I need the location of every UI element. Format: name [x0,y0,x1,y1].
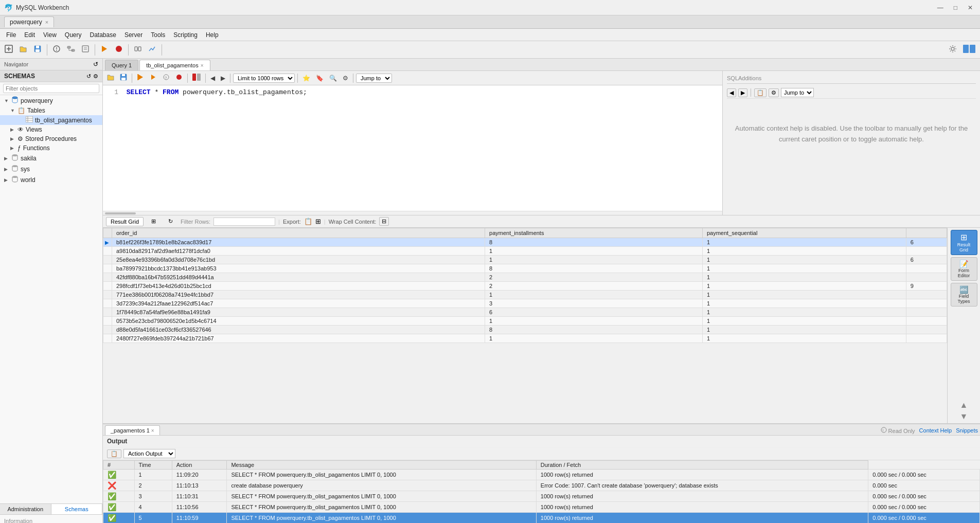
ed-prev[interactable]: ◀ [208,74,217,83]
limit-select[interactable]: Limit to 1000 rows Limit to 200 rows Don… [233,74,295,83]
menu-server[interactable]: Server [120,30,147,40]
col-order-id[interactable]: order_id [112,228,485,238]
tb-properties[interactable] [50,43,63,56]
export-csv-btn[interactable]: 📋 [304,218,312,225]
nav-tab-administration[interactable]: Administration [0,504,51,514]
tb-migrations[interactable] [131,43,145,56]
menu-scripting[interactable]: Scripting [169,30,202,40]
table-row[interactable]: 42fdf880ba16b47b59251dd489d4441a 2 1 [103,273,947,282]
table-row[interactable]: d88e0d5fa41661ce03cf6cf336527646 8 1 [103,326,947,334]
query-tab-1[interactable]: Query 1 [105,60,138,70]
table-row[interactable]: 3d7239c394a212faae122962df514ac7 3 1 [103,299,947,308]
table-row[interactable]: 1f78449c87a54faf9e96e88ba1491fa9 6 1 [103,308,947,317]
action-output-select[interactable]: Action Output History Output [123,449,175,458]
menu-file[interactable]: File [2,30,20,40]
tree-item-powerquery[interactable]: ▼ powerquery [0,95,102,106]
powerquery-tab-close[interactable]: × [45,19,48,25]
ed-toggle-output[interactable] [190,73,203,83]
filter-rows-input[interactable] [213,218,275,226]
ed-search[interactable]: 🔍 [327,74,339,83]
tb-new-connection[interactable] [64,43,78,56]
ed-star[interactable]: ⭐ [300,74,312,83]
context-help-btn[interactable]: Context Help [919,427,952,434]
snippets-btn[interactable]: Snippets [956,427,978,434]
tb-save[interactable] [31,43,44,56]
tb-performance[interactable] [146,43,159,56]
code-editor[interactable]: 1 SELECT * FROM powerquery.tb_olist_paga… [103,85,722,211]
tb-settings[interactable] [946,43,959,56]
tree-item-world[interactable]: ▶ world [0,174,102,185]
sa-jump-select[interactable]: Jump to [781,88,814,97]
ed-stop[interactable] [173,73,185,83]
output-row[interactable]: ✅ 1 11:09:20 SELECT * FROM powerquery.tb… [103,470,980,480]
table-row[interactable]: 0573b5e23cbd798006520e1d5b4c6714 1 1 [103,317,947,326]
res-tab-result-grid[interactable]: Result Grid [106,217,144,226]
menu-query[interactable]: Query [61,30,86,40]
sa-next[interactable]: ▶ [738,88,747,97]
minimize-button[interactable]: — [934,3,947,12]
sa-auto[interactable]: ⚙ [769,88,779,97]
table-row[interactable]: 25e8ea4e93396b6fa0d3dd708e76c1bd 1 1 6 [103,256,947,264]
col-extra[interactable] [906,228,947,238]
rpanel-form-editor-btn[interactable]: 📝 FormEditor [951,257,977,281]
tree-item-sakila[interactable]: ▶ sakila [0,153,102,164]
res-tab-refresh[interactable]: ↻ [164,217,177,226]
output-row[interactable]: ✅ 3 11:10:31 SELECT * FROM powerquery.tb… [103,491,980,502]
tree-item-views[interactable]: ▶ 👁 Views [0,125,102,134]
maximize-button[interactable]: □ [951,3,960,12]
table-row[interactable]: 2480f727e869fdeb397244a21b721b67 1 1 [103,334,947,343]
navigator-refresh[interactable]: ↺ [93,61,98,68]
ed-save[interactable] [118,73,129,83]
ed-execute-all[interactable] [135,73,146,83]
tb-open[interactable] [16,43,30,56]
filter-input[interactable] [3,84,99,93]
export-table-btn[interactable]: ⊞ [315,218,321,225]
editor-scrollbar[interactable] [103,211,722,215]
tb-new-schema[interactable] [2,43,15,56]
rpanel-result-grid-btn[interactable]: ⊞ ResultGrid [951,230,977,255]
result-grid-container[interactable]: order_id payment_installments payment_se… [103,228,947,423]
output-row[interactable]: ✅ 4 11:10:56 SELECT * FROM powerquery.tb… [103,502,980,513]
close-button[interactable]: ✕ [965,3,976,12]
menu-tools[interactable]: Tools [147,30,169,40]
table-row[interactable]: a9810da82917af2d9aefd1278f1dcfa0 1 1 [103,247,947,256]
tree-item-sys[interactable]: ▶ sys [0,164,102,174]
tree-item-stored-procedures[interactable]: ▶ ⚙ Stored Procedures [0,134,102,143]
res-tab-form[interactable]: ⊞ [147,217,161,226]
nav-tab-schemas[interactable]: Schemas [51,504,103,514]
wrap-toggle[interactable]: ⊟ [379,217,389,226]
query-tab-2[interactable]: tb_olist_pagamentos × [139,60,210,70]
tb-view-layout1[interactable] [960,43,978,56]
tree-item-tb-olist-pagamentos[interactable]: tb_olist_pagamentos [0,115,102,125]
out-tab-close[interactable]: × [151,428,154,434]
ed-explain[interactable]: ? [161,73,172,83]
menu-help[interactable]: Help [202,30,223,40]
tree-item-tables[interactable]: ▼ 📋 Tables [0,106,102,115]
schemas-gear-icon[interactable]: ⚙ [93,73,98,80]
powerquery-tab[interactable]: powerquery × [4,16,54,27]
menu-view[interactable]: View [39,30,61,40]
output-row[interactable]: ❌ 2 11:10:13 create database powerquery … [103,480,980,491]
col-payment-sequential[interactable]: payment_sequential [702,228,906,238]
table-row[interactable]: 298fcdf1f73eb413e4d26d01b25bc1cd 2 1 9 [103,282,947,291]
ed-next[interactable]: ▶ [219,74,227,83]
query-tab-2-close[interactable]: × [201,63,204,68]
table-row[interactable]: 771ee386b001f06208a7419e4fc1bbd7 1 1 [103,291,947,299]
out-tab-pagamentos[interactable]: _pagamentos 1 × [105,425,160,435]
rpanel-field-types-btn[interactable]: 🔤 FieldTypes [951,283,977,306]
table-row[interactable]: ▶ b81ef226f3fe1789b1e8b2acac839d17 8 1 6 [103,238,947,247]
ed-bookmark[interactable]: 🔖 [314,74,326,83]
tb-schema-inspector[interactable] [79,43,92,56]
jump-to-select[interactable]: Jump to [356,74,392,83]
output-row[interactable]: ✅ 5 11:10:59 SELECT * FROM powerquery.tb… [103,513,980,524]
sa-prev[interactable]: ◀ [727,88,736,97]
menu-database[interactable]: Database [86,30,120,40]
ed-gear[interactable]: ⚙ [341,74,350,83]
ed-execute-selection[interactable] [148,73,159,83]
tb-stop[interactable] [112,43,126,56]
menu-edit[interactable]: Edit [20,30,39,40]
sa-context[interactable]: 📋 [754,88,767,97]
tree-item-functions[interactable]: ▶ ƒ Functions [0,143,102,153]
schemas-refresh-icon[interactable]: ↺ [86,73,91,80]
rpanel-scroll-up[interactable]: ▲ [960,401,968,410]
